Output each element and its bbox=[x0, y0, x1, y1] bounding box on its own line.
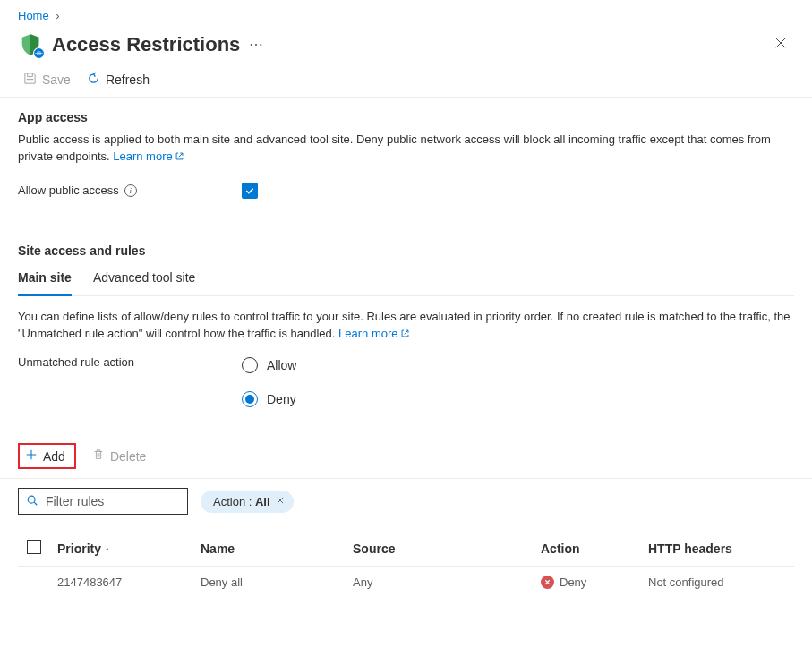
col-source[interactable]: Source bbox=[349, 531, 537, 567]
refresh-button[interactable]: Refresh bbox=[87, 72, 150, 88]
app-access-desc: Public access is applied to both main si… bbox=[18, 132, 794, 166]
rules-table: Priority ↑ Name Source Action HTTP heade… bbox=[18, 531, 794, 598]
sort-asc-icon: ↑ bbox=[105, 544, 110, 555]
radio-deny-row: Deny bbox=[242, 391, 296, 407]
radio-allow-label: Allow bbox=[267, 358, 296, 372]
filter-row: Filter rules Action : All bbox=[18, 488, 794, 515]
app-access-learn-more-link[interactable]: Learn more bbox=[113, 149, 184, 163]
cell-source: Any bbox=[349, 567, 537, 599]
radio-deny[interactable] bbox=[242, 391, 258, 407]
filter-rules-input[interactable]: Filter rules bbox=[18, 488, 188, 515]
cell-http: Not configured bbox=[645, 567, 794, 599]
table-row[interactable]: 2147483647 Deny all Any Deny Not configu… bbox=[18, 567, 794, 599]
filter-placeholder: Filter rules bbox=[46, 494, 104, 508]
radio-allow[interactable] bbox=[242, 357, 258, 373]
info-icon[interactable]: i bbox=[124, 184, 137, 197]
rule-command-row: Add Delete bbox=[18, 443, 794, 469]
external-link-icon bbox=[175, 149, 184, 166]
tab-advanced-tool-site[interactable]: Advanced tool site bbox=[93, 265, 195, 295]
command-toolbar: Save Refresh bbox=[18, 70, 794, 97]
title-row: Access Restrictions ⋯ bbox=[18, 31, 794, 57]
plus-icon bbox=[25, 448, 38, 464]
shield-icon bbox=[18, 32, 43, 57]
breadcrumb: Home › bbox=[18, 0, 794, 26]
more-ellipsis-button[interactable]: ⋯ bbox=[249, 36, 265, 53]
breadcrumb-home-link[interactable]: Home bbox=[18, 9, 49, 22]
trash-icon bbox=[92, 448, 105, 464]
cell-priority: 2147483647 bbox=[54, 567, 197, 599]
filter-chip-action[interactable]: Action : All bbox=[201, 491, 294, 513]
radio-deny-label: Deny bbox=[267, 392, 296, 406]
radio-allow-row: Allow bbox=[242, 357, 296, 373]
select-all-checkbox[interactable] bbox=[27, 540, 41, 554]
allow-public-access-checkbox[interactable] bbox=[242, 183, 258, 199]
site-rules-learn-more-link[interactable]: Learn more bbox=[338, 327, 409, 340]
refresh-icon bbox=[87, 72, 100, 88]
svg-point-1 bbox=[28, 496, 35, 503]
unmatched-rule-label: Unmatched rule action bbox=[18, 352, 242, 369]
cell-name: Deny all bbox=[197, 567, 349, 599]
unmatched-rule-field: Unmatched rule action Allow Deny bbox=[18, 352, 794, 425]
page-title: Access Restrictions bbox=[52, 33, 240, 56]
site-tabs: Main site Advanced tool site bbox=[18, 265, 794, 296]
allow-public-access-field: Allow public access i bbox=[18, 183, 794, 199]
site-rules-desc: You can define lists of allow/deny rules… bbox=[18, 309, 794, 344]
close-button[interactable] bbox=[767, 31, 794, 57]
add-button[interactable]: Add bbox=[18, 443, 76, 469]
chip-remove-icon[interactable] bbox=[276, 495, 285, 508]
chevron-right-icon: › bbox=[56, 9, 59, 22]
search-icon bbox=[26, 494, 38, 509]
site-rules-heading: Site access and rules bbox=[18, 243, 794, 258]
col-action[interactable]: Action bbox=[537, 531, 645, 567]
col-priority[interactable]: Priority bbox=[57, 542, 101, 556]
delete-button[interactable]: Delete bbox=[92, 448, 146, 464]
cell-action: Deny bbox=[537, 567, 645, 599]
table-header-row: Priority ↑ Name Source Action HTTP heade… bbox=[18, 531, 794, 567]
app-access-heading: App access bbox=[18, 110, 794, 124]
allow-public-access-label: Allow public access i bbox=[18, 183, 242, 197]
tab-main-site[interactable]: Main site bbox=[18, 265, 72, 296]
deny-icon bbox=[541, 576, 554, 589]
save-icon bbox=[23, 72, 37, 88]
col-name[interactable]: Name bbox=[197, 531, 349, 567]
save-button[interactable]: Save bbox=[23, 72, 71, 88]
external-link-icon bbox=[400, 327, 410, 344]
col-http-headers[interactable]: HTTP headers bbox=[645, 531, 794, 567]
